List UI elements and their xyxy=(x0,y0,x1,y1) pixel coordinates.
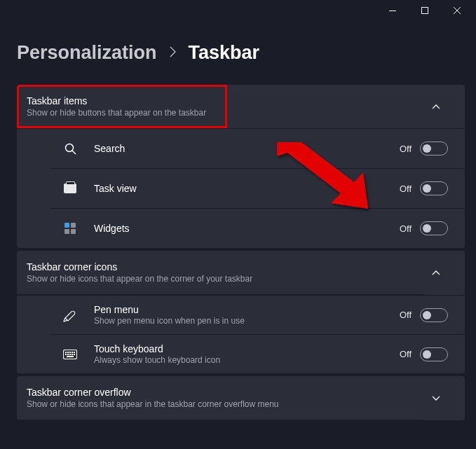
svg-rect-4 xyxy=(65,352,67,353)
item-label: Widgets xyxy=(94,223,400,234)
chevron-right-icon xyxy=(170,45,176,61)
panel-title: Taskbar corner icons xyxy=(27,261,252,272)
breadcrumb-parent[interactable]: Personalization xyxy=(17,42,157,64)
panel-subtitle: Show or hide icons that appear in the ta… xyxy=(27,399,279,409)
svg-rect-8 xyxy=(74,352,75,353)
task-view-toggle[interactable] xyxy=(420,181,448,195)
item-label: Touch keyboard xyxy=(94,343,400,354)
toggle-state: Off xyxy=(400,144,412,154)
chevron-down-icon xyxy=(424,396,448,401)
svg-rect-6 xyxy=(69,352,71,353)
svg-rect-7 xyxy=(72,352,73,353)
search-icon xyxy=(62,140,79,157)
svg-rect-10 xyxy=(67,354,69,355)
chevron-up-icon xyxy=(424,104,448,109)
item-touch-keyboard: Touch keyboard Always show touch keyboar… xyxy=(50,335,465,373)
item-label: Search xyxy=(94,143,400,154)
taskbar-corner-icons-panel: Taskbar corner icons Show or hide icons … xyxy=(17,251,465,373)
panel-title: Taskbar corner overflow xyxy=(27,387,279,398)
item-search: Search Off xyxy=(50,129,465,169)
svg-rect-14 xyxy=(67,356,74,357)
toggle-state: Off xyxy=(400,223,412,234)
chevron-up-icon xyxy=(424,270,448,275)
touch-keyboard-toggle[interactable] xyxy=(420,347,448,361)
widgets-toggle[interactable] xyxy=(420,221,448,235)
keyboard-icon xyxy=(62,346,79,363)
maximize-button[interactable] xyxy=(409,0,441,21)
panel-subtitle: Show or hide buttons that appear on the … xyxy=(27,108,206,118)
taskbar-items-panel: Taskbar items Show or hide buttons that … xyxy=(17,85,465,248)
svg-rect-5 xyxy=(67,352,69,353)
corner-icons-header[interactable]: Taskbar corner icons Show or hide icons … xyxy=(17,251,465,296)
breadcrumb: Personalization Taskbar xyxy=(17,42,465,64)
toggle-state: Off xyxy=(400,349,412,359)
panel-title: Taskbar items xyxy=(27,95,206,106)
svg-rect-12 xyxy=(72,354,73,355)
item-label: Pen menu xyxy=(94,304,400,315)
item-sublabel: Always show touch keyboard icon xyxy=(94,355,400,365)
svg-point-2 xyxy=(65,144,73,151)
item-task-view: Task view Off xyxy=(50,169,465,209)
widgets-icon xyxy=(62,220,79,237)
item-widgets: Widgets Off xyxy=(50,209,465,248)
pen-menu-toggle[interactable] xyxy=(420,308,448,322)
breadcrumb-current: Taskbar xyxy=(189,42,260,64)
search-toggle[interactable] xyxy=(420,141,448,156)
toggle-state: Off xyxy=(400,310,412,320)
item-label: Task view xyxy=(94,183,400,194)
svg-rect-1 xyxy=(422,8,428,14)
taskbar-items-header[interactable]: Taskbar items Show or hide buttons that … xyxy=(17,85,465,129)
svg-rect-13 xyxy=(74,354,75,355)
item-sublabel: Show pen menu icon when pen is in use xyxy=(94,316,400,326)
pen-icon xyxy=(62,307,79,324)
svg-rect-0 xyxy=(389,11,396,11)
minimize-button[interactable] xyxy=(376,0,409,21)
task-view-icon xyxy=(62,180,79,197)
toggle-state: Off xyxy=(400,184,412,194)
close-button[interactable] xyxy=(441,0,473,21)
corner-overflow-header[interactable]: Taskbar corner overflow Show or hide ico… xyxy=(17,376,465,420)
panel-subtitle: Show or hide icons that appear on the co… xyxy=(27,274,252,284)
taskbar-corner-overflow-panel: Taskbar corner overflow Show or hide ico… xyxy=(17,376,465,420)
svg-rect-9 xyxy=(65,354,67,355)
svg-rect-11 xyxy=(69,354,71,355)
item-pen-menu: Pen menu Show pen menu icon when pen is … xyxy=(50,296,465,335)
window-titlebar xyxy=(0,0,476,21)
